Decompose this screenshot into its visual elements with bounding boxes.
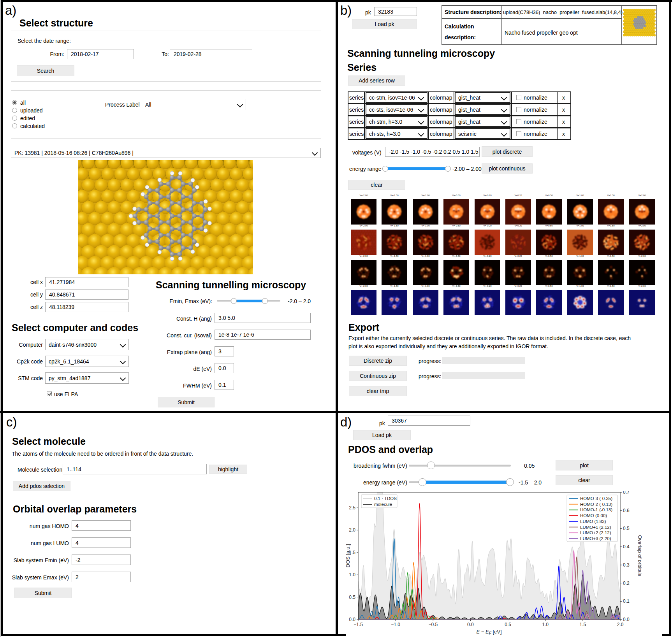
- svg-text:0.5: 0.5: [349, 595, 355, 600]
- svg-text:0.3: 0.3: [623, 562, 630, 568]
- svg-text:LUMO+1 (2.12): LUMO+1 (2.12): [580, 525, 611, 530]
- svg-text:2.5: 2.5: [349, 505, 355, 511]
- svg-text:HOMO-1 (-0.13): HOMO-1 (-0.13): [580, 507, 612, 512]
- svg-text:LUMO (1.83): LUMO (1.83): [580, 519, 606, 524]
- svg-text:2.0: 2.0: [617, 622, 624, 627]
- svg-text:0.2: 0.2: [623, 581, 630, 586]
- svg-text:−1.5: −1.5: [354, 622, 363, 627]
- svg-text:0.1: 0.1: [623, 598, 630, 604]
- svg-text:LUMO+2 (2.12): LUMO+2 (2.12): [580, 530, 611, 535]
- svg-text:−0.5: −0.5: [428, 622, 438, 627]
- svg-text:molecule: molecule: [374, 502, 392, 507]
- svg-text:0.5: 0.5: [623, 526, 630, 531]
- svg-text:0.6: 0.6: [623, 508, 630, 513]
- svg-text:1.0: 1.0: [349, 572, 355, 577]
- svg-text:0.0: 0.0: [349, 617, 355, 622]
- svg-text:HOMO-2 (-0.13): HOMO-2 (-0.13): [580, 502, 612, 507]
- svg-text:−1.0: −1.0: [391, 622, 400, 627]
- svg-text:0.0: 0.0: [467, 622, 474, 627]
- svg-text:1.0: 1.0: [542, 622, 549, 627]
- svg-text:0.0: 0.0: [623, 617, 630, 622]
- svg-text:0.5: 0.5: [505, 622, 511, 627]
- svg-text:0.1 · TDOS: 0.1 · TDOS: [374, 496, 397, 501]
- svg-text:HOMO-3 (-0.35): HOMO-3 (-0.35): [580, 496, 612, 501]
- svg-text:HOMO (0.00): HOMO (0.00): [580, 513, 607, 518]
- svg-text:Overlap of orbitals: Overlap of orbitals: [637, 535, 643, 576]
- svg-text:1.5: 1.5: [580, 622, 586, 627]
- svg-text:LUMO+3 (2.20): LUMO+3 (2.20): [580, 536, 611, 541]
- svg-text:0.7: 0.7: [623, 491, 630, 495]
- svg-text:DOS [a.u.]: DOS [a.u.]: [346, 544, 351, 568]
- svg-text:0.4: 0.4: [623, 544, 630, 549]
- svg-text:2.0: 2.0: [349, 527, 355, 533]
